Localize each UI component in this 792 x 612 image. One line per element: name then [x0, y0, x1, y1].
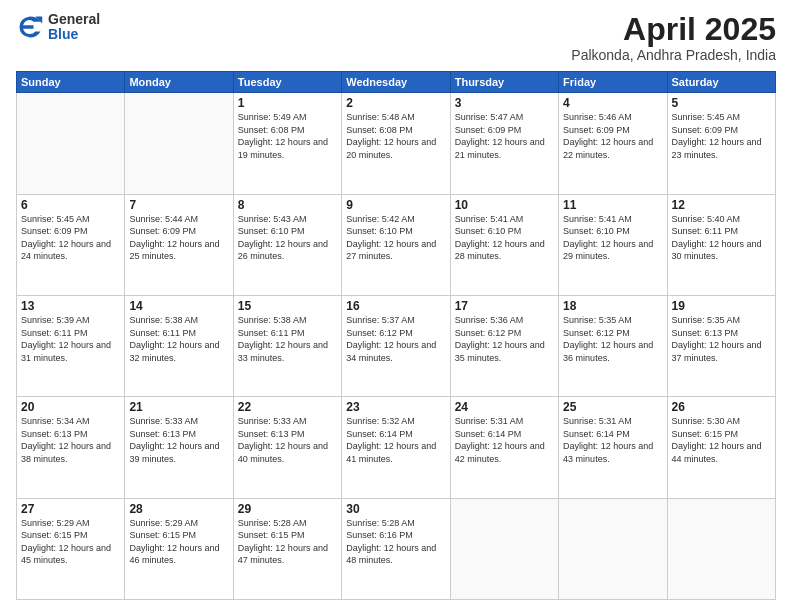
table-row: 5Sunrise: 5:45 AM Sunset: 6:09 PM Daylig… [667, 93, 775, 194]
day-info: Sunrise: 5:33 AM Sunset: 6:13 PM Dayligh… [238, 415, 337, 465]
col-monday: Monday [125, 72, 233, 93]
day-info: Sunrise: 5:38 AM Sunset: 6:11 PM Dayligh… [238, 314, 337, 364]
day-info: Sunrise: 5:31 AM Sunset: 6:14 PM Dayligh… [455, 415, 554, 465]
day-number: 17 [455, 299, 554, 313]
day-number: 15 [238, 299, 337, 313]
table-row: 27Sunrise: 5:29 AM Sunset: 6:15 PM Dayli… [17, 498, 125, 599]
table-row [125, 93, 233, 194]
table-row: 11Sunrise: 5:41 AM Sunset: 6:10 PM Dayli… [559, 194, 667, 295]
table-row: 10Sunrise: 5:41 AM Sunset: 6:10 PM Dayli… [450, 194, 558, 295]
day-number: 29 [238, 502, 337, 516]
day-number: 16 [346, 299, 445, 313]
table-row: 1Sunrise: 5:49 AM Sunset: 6:08 PM Daylig… [233, 93, 341, 194]
day-info: Sunrise: 5:41 AM Sunset: 6:10 PM Dayligh… [455, 213, 554, 263]
table-row: 22Sunrise: 5:33 AM Sunset: 6:13 PM Dayli… [233, 397, 341, 498]
table-row: 6Sunrise: 5:45 AM Sunset: 6:09 PM Daylig… [17, 194, 125, 295]
calendar-table: Sunday Monday Tuesday Wednesday Thursday… [16, 71, 776, 600]
table-row: 15Sunrise: 5:38 AM Sunset: 6:11 PM Dayli… [233, 295, 341, 396]
day-number: 5 [672, 96, 771, 110]
day-info: Sunrise: 5:31 AM Sunset: 6:14 PM Dayligh… [563, 415, 662, 465]
day-number: 8 [238, 198, 337, 212]
table-row: 2Sunrise: 5:48 AM Sunset: 6:08 PM Daylig… [342, 93, 450, 194]
day-info: Sunrise: 5:40 AM Sunset: 6:11 PM Dayligh… [672, 213, 771, 263]
table-row: 8Sunrise: 5:43 AM Sunset: 6:10 PM Daylig… [233, 194, 341, 295]
day-number: 13 [21, 299, 120, 313]
day-info: Sunrise: 5:29 AM Sunset: 6:15 PM Dayligh… [129, 517, 228, 567]
table-row [559, 498, 667, 599]
table-row: 26Sunrise: 5:30 AM Sunset: 6:15 PM Dayli… [667, 397, 775, 498]
day-info: Sunrise: 5:44 AM Sunset: 6:09 PM Dayligh… [129, 213, 228, 263]
col-tuesday: Tuesday [233, 72, 341, 93]
table-row: 18Sunrise: 5:35 AM Sunset: 6:12 PM Dayli… [559, 295, 667, 396]
table-row: 3Sunrise: 5:47 AM Sunset: 6:09 PM Daylig… [450, 93, 558, 194]
day-info: Sunrise: 5:33 AM Sunset: 6:13 PM Dayligh… [129, 415, 228, 465]
day-number: 4 [563, 96, 662, 110]
day-info: Sunrise: 5:45 AM Sunset: 6:09 PM Dayligh… [672, 111, 771, 161]
col-thursday: Thursday [450, 72, 558, 93]
table-row: 14Sunrise: 5:38 AM Sunset: 6:11 PM Dayli… [125, 295, 233, 396]
day-info: Sunrise: 5:38 AM Sunset: 6:11 PM Dayligh… [129, 314, 228, 364]
table-row: 21Sunrise: 5:33 AM Sunset: 6:13 PM Dayli… [125, 397, 233, 498]
day-number: 12 [672, 198, 771, 212]
day-info: Sunrise: 5:39 AM Sunset: 6:11 PM Dayligh… [21, 314, 120, 364]
logo-general-text: General [48, 12, 100, 27]
table-row: 17Sunrise: 5:36 AM Sunset: 6:12 PM Dayli… [450, 295, 558, 396]
table-row: 28Sunrise: 5:29 AM Sunset: 6:15 PM Dayli… [125, 498, 233, 599]
day-number: 20 [21, 400, 120, 414]
table-row: 13Sunrise: 5:39 AM Sunset: 6:11 PM Dayli… [17, 295, 125, 396]
day-number: 30 [346, 502, 445, 516]
location-title: Palkonda, Andhra Pradesh, India [571, 47, 776, 63]
table-row: 25Sunrise: 5:31 AM Sunset: 6:14 PM Dayli… [559, 397, 667, 498]
day-info: Sunrise: 5:41 AM Sunset: 6:10 PM Dayligh… [563, 213, 662, 263]
col-wednesday: Wednesday [342, 72, 450, 93]
day-number: 11 [563, 198, 662, 212]
day-number: 21 [129, 400, 228, 414]
table-row: 12Sunrise: 5:40 AM Sunset: 6:11 PM Dayli… [667, 194, 775, 295]
day-info: Sunrise: 5:47 AM Sunset: 6:09 PM Dayligh… [455, 111, 554, 161]
day-info: Sunrise: 5:48 AM Sunset: 6:08 PM Dayligh… [346, 111, 445, 161]
table-row: 23Sunrise: 5:32 AM Sunset: 6:14 PM Dayli… [342, 397, 450, 498]
table-row: 20Sunrise: 5:34 AM Sunset: 6:13 PM Dayli… [17, 397, 125, 498]
table-row: 24Sunrise: 5:31 AM Sunset: 6:14 PM Dayli… [450, 397, 558, 498]
day-number: 1 [238, 96, 337, 110]
page: General Blue April 2025 Palkonda, Andhra… [0, 0, 792, 612]
day-number: 26 [672, 400, 771, 414]
logo-blue-text: Blue [48, 27, 100, 42]
logo-icon [16, 13, 44, 41]
day-number: 27 [21, 502, 120, 516]
table-row: 30Sunrise: 5:28 AM Sunset: 6:16 PM Dayli… [342, 498, 450, 599]
day-number: 22 [238, 400, 337, 414]
table-row: 29Sunrise: 5:28 AM Sunset: 6:15 PM Dayli… [233, 498, 341, 599]
table-row [667, 498, 775, 599]
header: General Blue April 2025 Palkonda, Andhra… [16, 12, 776, 63]
day-info: Sunrise: 5:30 AM Sunset: 6:15 PM Dayligh… [672, 415, 771, 465]
table-row: 9Sunrise: 5:42 AM Sunset: 6:10 PM Daylig… [342, 194, 450, 295]
day-info: Sunrise: 5:45 AM Sunset: 6:09 PM Dayligh… [21, 213, 120, 263]
day-info: Sunrise: 5:49 AM Sunset: 6:08 PM Dayligh… [238, 111, 337, 161]
calendar-header-row: Sunday Monday Tuesday Wednesday Thursday… [17, 72, 776, 93]
day-number: 3 [455, 96, 554, 110]
calendar-week-row: 1Sunrise: 5:49 AM Sunset: 6:08 PM Daylig… [17, 93, 776, 194]
day-number: 19 [672, 299, 771, 313]
day-info: Sunrise: 5:36 AM Sunset: 6:12 PM Dayligh… [455, 314, 554, 364]
day-number: 9 [346, 198, 445, 212]
day-number: 14 [129, 299, 228, 313]
day-info: Sunrise: 5:32 AM Sunset: 6:14 PM Dayligh… [346, 415, 445, 465]
day-info: Sunrise: 5:35 AM Sunset: 6:13 PM Dayligh… [672, 314, 771, 364]
day-info: Sunrise: 5:43 AM Sunset: 6:10 PM Dayligh… [238, 213, 337, 263]
day-number: 28 [129, 502, 228, 516]
day-info: Sunrise: 5:34 AM Sunset: 6:13 PM Dayligh… [21, 415, 120, 465]
table-row [450, 498, 558, 599]
table-row: 19Sunrise: 5:35 AM Sunset: 6:13 PM Dayli… [667, 295, 775, 396]
day-info: Sunrise: 5:37 AM Sunset: 6:12 PM Dayligh… [346, 314, 445, 364]
col-friday: Friday [559, 72, 667, 93]
logo-text: General Blue [48, 12, 100, 43]
logo: General Blue [16, 12, 100, 43]
table-row [17, 93, 125, 194]
day-number: 18 [563, 299, 662, 313]
table-row: 7Sunrise: 5:44 AM Sunset: 6:09 PM Daylig… [125, 194, 233, 295]
day-number: 2 [346, 96, 445, 110]
table-row: 16Sunrise: 5:37 AM Sunset: 6:12 PM Dayli… [342, 295, 450, 396]
day-info: Sunrise: 5:28 AM Sunset: 6:15 PM Dayligh… [238, 517, 337, 567]
day-number: 10 [455, 198, 554, 212]
